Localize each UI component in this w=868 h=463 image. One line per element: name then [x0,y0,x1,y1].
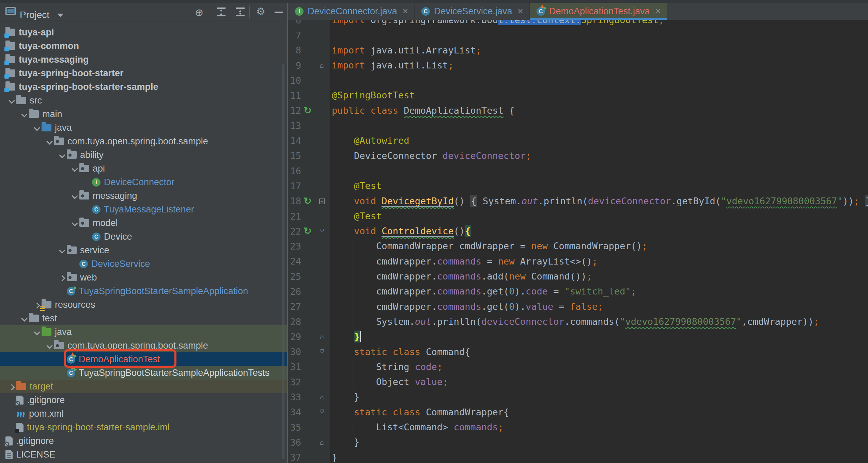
project-tree-row[interactable]: tuya-spring-boot-starter [0,66,288,80]
chevron-down-icon[interactable] [7,96,16,105]
code-text[interactable]: } [330,450,337,463]
chevron-right-icon[interactable] [57,273,67,282]
line-number[interactable]: 6 [288,20,301,26]
code-line[interactable]: 34⌂ static class CommandWrapper{ [288,405,868,420]
project-tree-row[interactable]: api [0,162,288,175]
line-number[interactable]: 17 [288,181,301,191]
code-line[interactable]: 26 cmdWrapper.commands.get(0).code = "sw… [288,284,868,299]
code-line[interactable]: 21 @Test [288,209,868,224]
line-number[interactable]: 21 [288,211,301,222]
project-tree-row[interactable]: CDevice [0,230,288,243]
project-tree-row[interactable]: resources [0,298,288,312]
chevron-down-icon[interactable] [19,109,29,119]
code-text[interactable]: System.out.println(deviceConnector.comma… [330,314,819,329]
fold-start-icon[interactable]: ⌂ [320,409,324,415]
hide-panel-icon[interactable] [275,12,283,13]
code-line[interactable]: 9⌂import java.util.List; [288,58,868,73]
project-tree-row[interactable]: messaging [0,189,288,203]
project-tree-row[interactable]: java [0,325,288,339]
line-number[interactable]: 32 [288,377,301,387]
line-number[interactable]: 31 [288,362,301,372]
locate-icon[interactable]: ⊕ [195,7,203,18]
line-number[interactable]: 25 [288,271,301,282]
line-number[interactable]: 16 [288,166,301,176]
line-number[interactable]: 37 [288,452,301,463]
project-tree-row[interactable]: CDeviceService [0,257,288,271]
code-text[interactable]: CommandWrapper cmdWrapper = new CommandW… [330,239,648,254]
project-tree-row[interactable]: IDeviceConnector [0,175,288,189]
chevron-down-icon[interactable] [57,14,63,17]
code-line[interactable]: 37} [288,450,868,463]
line-number[interactable]: 26 [288,286,301,297]
code-line[interactable]: 15 DeviceConnector deviceConnector; [288,148,868,163]
fold-expand-icon[interactable]: + [319,198,325,204]
run-test-gutter-icon[interactable]: ↻ [304,226,311,236]
project-tree-row[interactable]: tuya-api [0,26,288,39]
code-line[interactable]: 27 cmdWrapper.commands.get(0).value = fa… [288,299,868,314]
project-tree-row[interactable]: tuya-messaging [0,53,288,66]
code-line[interactable]: 30⌂ static class Command{ [288,345,868,360]
code-line[interactable]: 18↻+ void DevicegetById() { System.out.p… [288,194,868,209]
line-number[interactable]: 13 [288,121,301,131]
code-line[interactable]: 24 cmdWrapper.commands = new ArrayList<>… [288,254,868,269]
project-tree-row[interactable]: java [0,121,288,134]
project-tree-row[interactable]: CTuyaMessageListener [0,203,288,216]
project-tree-row[interactable]: CTuyaSpringBootStarterSampleApplication [0,284,288,298]
line-number[interactable]: 11 [288,90,301,101]
line-number[interactable]: 8 [288,45,301,55]
project-tree-row[interactable]: LICENSE [0,448,288,461]
code-text[interactable]: import org.springframework.boot.test.con… [330,20,664,28]
chevron-down-icon[interactable] [19,314,29,323]
line-number[interactable]: 28 [288,317,301,327]
code-editor[interactable]: 6import org.springframework.boot.test.co… [288,20,868,463]
code-line[interactable]: 29⌂ } [288,329,868,344]
project-tree-row[interactable]: tuya-spring-boot-starter-sample [0,80,288,94]
code-text[interactable]: import java.util.List; [330,58,454,73]
project-tree-row[interactable]: com.tuya.open.spring.boot.sample [0,134,288,148]
chevron-down-icon[interactable] [70,218,79,228]
code-line[interactable]: 7 [288,28,868,43]
code-line[interactable]: 8import java.util.ArrayList; [288,43,868,58]
line-number[interactable]: 24 [288,256,301,267]
project-tree-row[interactable]: tuya-common [0,39,288,53]
code-line[interactable]: 35 List<Command> commands; [288,420,868,435]
line-number[interactable]: 14 [288,135,301,146]
fold-start-icon[interactable]: ⌂ [320,228,324,235]
project-tree-row[interactable]: CTuyaSpringBootStarterSampleApplicationT… [0,366,288,380]
chevron-down-icon[interactable] [70,164,79,173]
fold-end-icon[interactable]: ⌂ [320,333,324,340]
chevron-down-icon[interactable] [57,245,67,255]
collapse-all-icon[interactable]: ▲▼ [236,7,245,16]
line-number[interactable]: 23 [288,241,301,252]
project-tree-row[interactable]: target [0,380,288,393]
code-text[interactable]: @SpringBootTest [330,88,415,103]
code-text[interactable]: Object value; [330,374,448,389]
code-line[interactable]: 31 String code; [288,360,868,374]
line-number[interactable]: 18 [288,196,301,206]
chevron-down-icon[interactable] [70,191,79,201]
fold-start-icon[interactable]: ⌂ [320,348,324,355]
code-line[interactable]: 10 [288,73,868,88]
code-text[interactable]: public class DemoAplicationTest { [330,103,514,118]
code-line[interactable]: 12↻public class DemoAplicationTest { [288,103,868,118]
line-number[interactable]: 33 [288,392,301,402]
code-line[interactable]: 36⌂ } [288,435,868,450]
chevron-down-icon[interactable] [57,150,67,160]
line-number[interactable]: 7 [288,30,301,41]
close-icon[interactable]: × [518,6,523,16]
line-number[interactable]: 9 [288,60,301,71]
code-line[interactable]: 17 @Test [288,178,868,193]
close-icon[interactable]: × [655,6,661,16]
line-number[interactable]: 10 [288,75,301,86]
project-tree-row[interactable]: model [0,216,288,230]
code-text[interactable]: import java.util.ArrayList; [330,43,481,58]
project-tree-row[interactable]: .gitignore [0,434,288,448]
project-panel-title[interactable]: Project [20,10,49,20]
code-text[interactable]: cmdWrapper.commands.add(new Command()); [330,269,592,284]
chevron-down-icon[interactable] [45,137,54,146]
editor-tab[interactable]: IDeviceConnector.java× [288,3,415,20]
project-tree-row[interactable]: service [0,243,288,257]
code-line[interactable]: 28 System.out.println(deviceConnector.co… [288,314,868,329]
run-test-gutter-icon[interactable]: ↻ [304,106,311,115]
editor-tab[interactable]: CDemoAplicationTest.java× [530,3,667,20]
